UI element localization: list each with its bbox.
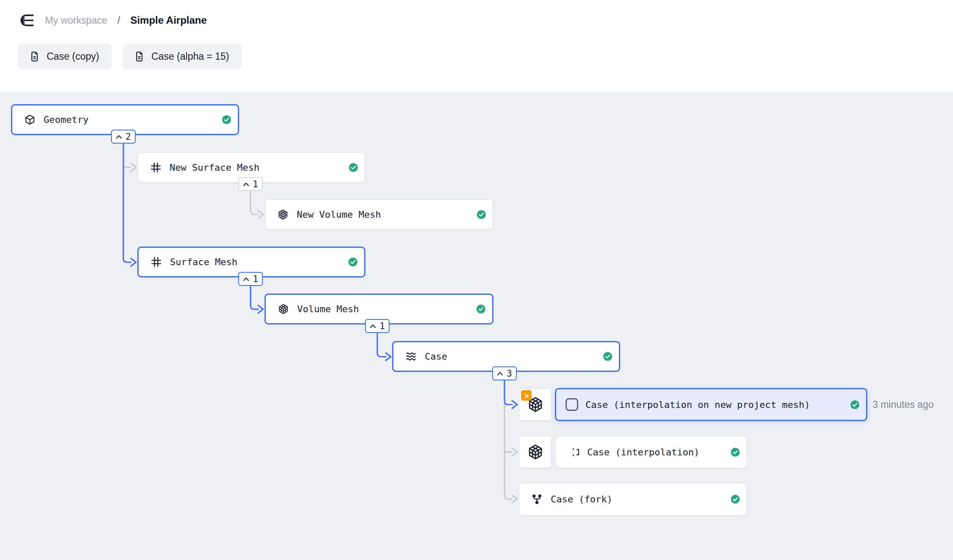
node-case-interpolation-new-project-mesh[interactable]: Case (interpolation on new project mesh) <box>555 388 867 421</box>
arrow-down-right-badge <box>521 390 532 401</box>
chevron-up-icon <box>243 277 249 281</box>
chevron-up-icon <box>243 182 249 186</box>
interpolation-icon <box>568 446 579 458</box>
node-label: Surface Mesh <box>170 257 237 267</box>
breadcrumb-separator: / <box>117 15 121 26</box>
page-title: Simple Airplane <box>130 14 207 26</box>
timestamp: 3 minutes ago <box>872 399 933 410</box>
child-count: 1 <box>379 321 385 331</box>
chevron-up-icon <box>497 371 503 376</box>
status-check-icon <box>222 115 231 124</box>
node-label: Volume Mesh <box>297 304 359 314</box>
breadcrumb-workspace[interactable]: My workspace <box>45 15 107 26</box>
box-icon <box>24 114 36 125</box>
child-count: 1 <box>253 179 258 189</box>
arrow-down-right-icon <box>523 392 530 399</box>
status-check-icon <box>850 400 859 409</box>
status-check-icon <box>477 210 486 219</box>
node-label: Case <box>425 351 447 362</box>
tab-label: Case (alpha = 15) <box>151 51 229 62</box>
fork-icon <box>531 493 543 505</box>
node-case-fork[interactable]: Case (fork) <box>518 482 747 516</box>
breadcrumb: My workspace / Simple Airplane <box>18 12 207 29</box>
status-check-icon <box>349 163 358 172</box>
node-label: Case (interpolation) <box>587 447 699 457</box>
child-count: 2 <box>125 132 131 142</box>
node-case-interpolation[interactable]: Case (interpolation) <box>555 435 747 469</box>
case-tabs: Case (copy) Case (alpha = 15) <box>18 44 242 69</box>
collapse-badge-new-surface-mesh[interactable]: 1 <box>238 177 263 191</box>
collapse-badge-volume-mesh[interactable]: 1 <box>365 319 390 333</box>
grid-icon <box>150 162 162 173</box>
collapse-badge-surface-mesh[interactable]: 1 <box>238 272 263 286</box>
mesh-thumbnail-case-interp[interactable] <box>518 435 552 469</box>
child-count: 3 <box>507 369 512 379</box>
status-check-icon <box>731 495 740 504</box>
cube-mesh-icon <box>278 303 289 315</box>
status-check-icon <box>603 352 612 361</box>
header: My workspace / Simple Airplane Case (cop… <box>0 0 953 92</box>
child-count: 1 <box>253 274 258 284</box>
waves-icon <box>405 351 417 362</box>
chevron-up-icon <box>116 135 122 139</box>
node-label: Geometry <box>44 114 89 125</box>
document-icon <box>134 51 145 62</box>
collapse-badge-case[interactable]: 3 <box>492 366 517 380</box>
chevron-up-icon <box>370 324 376 328</box>
status-check-icon <box>731 448 740 457</box>
status-check-icon <box>476 305 485 313</box>
collapse-badge-geometry[interactable]: 2 <box>111 130 136 144</box>
node-label: Case (interpolation on new project mesh) <box>585 399 810 410</box>
grid-icon <box>150 256 162 268</box>
select-checkbox[interactable] <box>566 398 578 411</box>
node-label: New Volume Mesh <box>297 209 381 220</box>
document-icon <box>29 51 40 62</box>
workflow-tree-icon <box>18 12 36 29</box>
node-label: New Surface Mesh <box>170 162 259 173</box>
cube-mesh-icon <box>527 444 544 460</box>
tab-case-copy[interactable]: Case (copy) <box>18 44 112 69</box>
workflow-canvas: Geometry 2 New Surface Mesh 1 <box>0 92 953 560</box>
tab-label: Case (copy) <box>47 51 99 62</box>
tab-case-alpha-15[interactable]: Case (alpha = 15) <box>123 44 242 69</box>
mesh-thumbnail-case-interp-new[interactable] <box>518 388 552 421</box>
cube-mesh-icon <box>277 209 289 220</box>
node-new-volume-mesh[interactable]: New Volume Mesh <box>265 199 493 230</box>
status-check-icon <box>348 258 357 266</box>
node-label: Case (fork) <box>551 494 613 505</box>
